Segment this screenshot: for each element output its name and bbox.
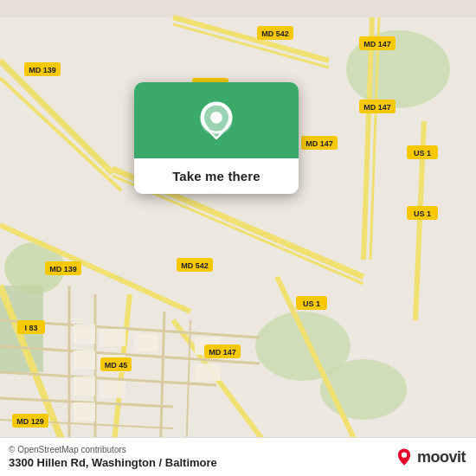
svg-rect-32 <box>74 351 95 370</box>
svg-rect-29 <box>74 325 95 344</box>
moovit-logo: moovit <box>395 447 466 466</box>
svg-rect-35 <box>100 381 125 398</box>
svg-text:MD 542: MD 542 <box>261 29 289 38</box>
svg-text:US 1: US 1 <box>303 299 320 308</box>
svg-rect-31 <box>134 333 158 352</box>
svg-text:I 83: I 83 <box>24 324 37 332</box>
svg-text:MD 147: MD 147 <box>306 139 333 148</box>
moovit-pin-icon <box>395 447 414 466</box>
svg-text:MD 147: MD 147 <box>209 348 236 357</box>
svg-rect-34 <box>74 376 95 396</box>
svg-point-72 <box>210 112 222 124</box>
svg-point-73 <box>402 453 407 458</box>
svg-rect-38 <box>195 363 221 381</box>
svg-text:US 1: US 1 <box>414 209 431 218</box>
map-background: MD 542 MD 147 MD 147 MD 139 MD 542 MD 14… <box>0 0 476 476</box>
address-text: 3300 Hillen Rd, Washington / Baltimore <box>9 456 217 469</box>
popup-card: Take me there <box>134 82 299 194</box>
svg-text:MD 45: MD 45 <box>105 361 128 370</box>
take-me-there-button[interactable]: Take me there <box>134 158 299 194</box>
svg-text:MD 147: MD 147 <box>363 40 391 48</box>
moovit-brand-text: moovit <box>417 448 466 466</box>
map-container: MD 542 MD 147 MD 147 MD 139 MD 542 MD 14… <box>0 0 476 476</box>
svg-rect-36 <box>74 402 95 421</box>
svg-text:US 1: US 1 <box>414 149 431 158</box>
svg-text:MD 139: MD 139 <box>29 66 56 74</box>
svg-rect-30 <box>100 329 125 346</box>
svg-text:MD 129: MD 129 <box>16 417 44 426</box>
attribution-text: © OpenStreetMap contributors <box>9 445 217 454</box>
bottom-left: © OpenStreetMap contributors 3300 Hillen… <box>9 445 217 469</box>
svg-text:MD 139: MD 139 <box>49 265 77 273</box>
bottom-bar: © OpenStreetMap contributors 3300 Hillen… <box>0 437 476 476</box>
location-pin-icon <box>196 101 237 143</box>
svg-text:MD 147: MD 147 <box>363 103 391 112</box>
svg-text:MD 542: MD 542 <box>181 261 209 270</box>
popup-icon-area <box>134 82 299 158</box>
